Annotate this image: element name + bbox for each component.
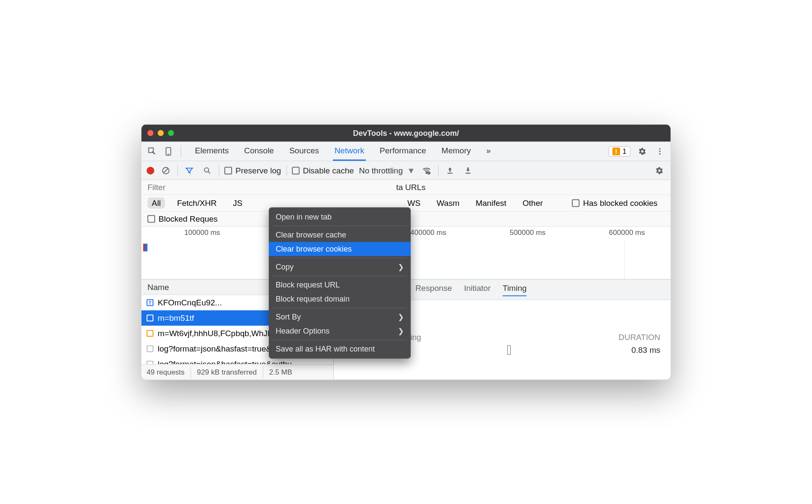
- disable-cache-checkbox[interactable]: Disable cache: [292, 166, 354, 175]
- blocked-requests-checkbox[interactable]: Blocked Reques: [147, 214, 218, 224]
- menu-copy[interactable]: Copy❯: [269, 260, 411, 274]
- type-chip-fetchxhr[interactable]: Fetch/XHR: [173, 198, 221, 209]
- inspect-element-icon[interactable]: [146, 145, 159, 158]
- menu-block-domain[interactable]: Block request domain: [269, 292, 411, 306]
- queueing-value: 0.83 ms: [631, 346, 660, 355]
- tab-performance[interactable]: Performance: [378, 142, 428, 161]
- settings-icon[interactable]: [635, 145, 648, 158]
- network-conditions-icon[interactable]: [420, 164, 433, 177]
- timeline-tick: 600000 ms: [609, 229, 645, 237]
- throttling-label: No throttling: [359, 166, 403, 175]
- svg-line-9: [209, 172, 210, 173]
- svg-rect-12: [447, 173, 453, 173]
- timeline-tick: 500000 ms: [509, 229, 545, 237]
- footer-resources: 2.5 MB: [269, 368, 292, 376]
- preserve-log-checkbox[interactable]: Preserve log: [224, 166, 281, 175]
- tab-elements[interactable]: Elements: [193, 142, 230, 161]
- svg-rect-13: [465, 173, 471, 173]
- separator: [286, 165, 287, 176]
- import-har-icon[interactable]: [444, 164, 456, 177]
- request-name: KFOmCnqEu92...: [158, 298, 222, 308]
- zoom-window-button[interactable]: [168, 130, 174, 136]
- panel-tabs: Elements Console Sources Network Perform…: [193, 142, 492, 161]
- export-har-icon[interactable]: [462, 164, 474, 177]
- more-menu-icon[interactable]: [653, 145, 666, 158]
- network-settings-icon[interactable]: [653, 164, 665, 177]
- record-button[interactable]: [147, 167, 154, 174]
- generic-file-icon: [147, 346, 153, 352]
- clear-button[interactable]: [159, 164, 172, 177]
- submenu-arrow-icon: ❯: [398, 263, 404, 272]
- search-icon[interactable]: [201, 164, 214, 177]
- menu-divider: [273, 308, 406, 308]
- tab-initiator[interactable]: Initiator: [464, 284, 491, 296]
- type-chip-all[interactable]: All: [147, 198, 165, 209]
- menu-sort-by[interactable]: Sort By❯: [269, 310, 411, 324]
- footer-transferred: 929 kB transferred: [197, 368, 257, 376]
- submenu-arrow-icon: ❯: [398, 327, 404, 336]
- submenu-arrow-icon: ❯: [398, 313, 404, 322]
- generic-file-icon: [147, 361, 153, 364]
- issues-count: 1: [623, 147, 627, 155]
- has-blocked-cookies-label: Has blocked cookies: [583, 199, 657, 208]
- window-title: DevTools - www.google.com/: [353, 129, 459, 138]
- svg-point-5: [659, 153, 660, 154]
- menu-open-new-tab[interactable]: Open in new tab: [269, 210, 411, 224]
- svg-point-4: [659, 150, 660, 152]
- menu-divider: [273, 258, 406, 258]
- close-window-button[interactable]: [147, 130, 153, 136]
- script-file-icon: [147, 330, 153, 337]
- filter-input[interactable]: [147, 183, 190, 192]
- filter-toggle-icon[interactable]: [183, 164, 196, 177]
- menu-divider: [273, 340, 406, 340]
- devtools-window: DevTools - www.google.com/ Elements Cons…: [141, 124, 671, 380]
- throttling-select[interactable]: No throttling ▼: [359, 166, 415, 175]
- chevron-down-icon: ▼: [407, 166, 415, 175]
- request-name: m=bm51tf: [158, 314, 194, 323]
- device-toggle-icon[interactable]: [162, 145, 175, 158]
- footer-requests: 49 requests: [141, 368, 185, 376]
- tab-network[interactable]: Network: [333, 142, 366, 161]
- titlebar: DevTools - www.google.com/: [141, 125, 671, 142]
- hide-data-urls-label-fragment: ta URLs: [396, 183, 426, 192]
- svg-point-10: [426, 172, 427, 173]
- window-controls: [147, 130, 174, 136]
- separator: [219, 165, 219, 176]
- network-toolbar: Preserve log Disable cache No throttling…: [141, 161, 671, 180]
- svg-point-8: [204, 167, 209, 172]
- svg-line-7: [164, 168, 168, 173]
- menu-header-options[interactable]: Header Options❯: [269, 324, 411, 338]
- timeline-activity-marker: [145, 244, 147, 252]
- preserve-log-label: Preserve log: [235, 166, 281, 175]
- menu-clear-cache[interactable]: Clear browser cache: [269, 228, 411, 242]
- menu-divider: [273, 226, 406, 226]
- menu-clear-cookies[interactable]: Clear browser cookies: [269, 242, 411, 256]
- warning-icon: !: [612, 147, 620, 155]
- separator: [177, 165, 178, 176]
- has-blocked-cookies-checkbox[interactable]: Has blocked cookies: [572, 199, 657, 208]
- tab-response[interactable]: Response: [415, 284, 452, 296]
- menu-save-har[interactable]: Save all as HAR with content: [269, 342, 411, 356]
- issues-badge[interactable]: ! 1: [609, 146, 630, 156]
- disable-cache-label: Disable cache: [303, 166, 354, 175]
- timeline-tick: 400000 ms: [410, 229, 446, 237]
- tab-timing[interactable]: Timing: [503, 284, 527, 296]
- type-chip-manifest[interactable]: Manifest: [471, 198, 511, 209]
- timeline-tick: 100000 ms: [184, 229, 220, 237]
- type-chip-js[interactable]: JS: [229, 198, 247, 209]
- type-chip-wasm[interactable]: Wasm: [432, 198, 464, 209]
- request-name: log?format=json&hasfast=true&authu...: [158, 360, 299, 364]
- more-tabs-button[interactable]: »: [485, 142, 493, 161]
- tab-console[interactable]: Console: [242, 142, 276, 161]
- minimize-window-button[interactable]: [158, 130, 164, 136]
- duration-header: DURATION: [618, 333, 660, 342]
- type-chip-other[interactable]: Other: [518, 198, 547, 209]
- tab-memory[interactable]: Memory: [440, 142, 473, 161]
- queueing-bar-icon: [507, 346, 511, 355]
- separator: [438, 165, 438, 176]
- menu-block-url[interactable]: Block request URL: [269, 278, 411, 292]
- request-name: m=Wt6vjf,hhhU8,FCpbqb,WhJNk: [158, 329, 277, 338]
- font-file-icon: T: [147, 299, 153, 306]
- status-footer: 49 requests 929 kB transferred 2.5 MB: [141, 364, 333, 380]
- tab-sources[interactable]: Sources: [288, 142, 321, 161]
